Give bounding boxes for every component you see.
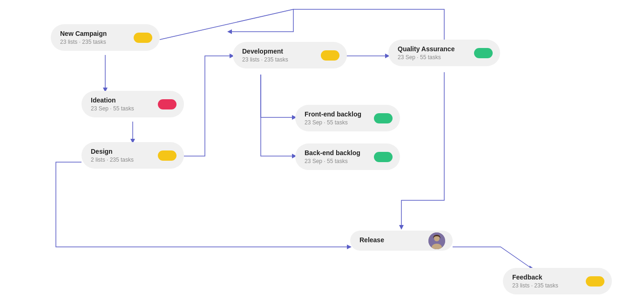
- node-ideation[interactable]: Ideation 23 Sep · 55 tasks: [81, 91, 184, 117]
- node-feedback-meta: 23 lists · 235 tasks: [512, 282, 580, 289]
- node-design-title: Design: [91, 148, 152, 155]
- node-ideation-badge: [158, 99, 176, 109]
- node-new-campaign-title: New Campaign: [60, 30, 128, 37]
- node-backend-backlog-meta: 23 Sep · 55 tasks: [305, 158, 368, 164]
- node-backend-backlog[interactable]: Back-end backlog 23 Sep · 55 tasks: [295, 143, 400, 170]
- node-new-campaign-meta: 23 lists · 235 tasks: [60, 39, 128, 45]
- node-feedback[interactable]: Feedback 23 lists · 235 tasks: [503, 268, 612, 294]
- node-quality-assurance-title: Quality Assurance: [398, 45, 467, 53]
- node-frontend-backlog-badge: [374, 113, 393, 123]
- node-release-avatar: [428, 232, 445, 249]
- node-new-campaign-badge: [134, 33, 152, 43]
- node-design-meta: 2 lists · 235 tasks: [91, 157, 152, 163]
- node-quality-assurance[interactable]: Quality Assurance 23 Sep · 55 tasks: [388, 40, 500, 66]
- svg-point-13: [434, 236, 440, 241]
- node-design[interactable]: Design 2 lists · 235 tasks: [81, 142, 184, 169]
- svg-marker-7: [399, 225, 404, 230]
- node-development-badge: [321, 50, 339, 61]
- node-development-title: Development: [242, 48, 313, 55]
- node-development[interactable]: Development 23 lists · 235 tasks: [233, 42, 347, 68]
- node-frontend-backlog-title: Front-end backlog: [305, 110, 368, 118]
- node-design-badge: [158, 150, 176, 161]
- node-feedback-title: Feedback: [512, 273, 580, 281]
- node-ideation-title: Ideation: [91, 96, 152, 104]
- node-development-meta: 23 lists · 235 tasks: [242, 56, 313, 63]
- node-frontend-backlog-meta: 23 Sep · 55 tasks: [305, 119, 368, 126]
- node-feedback-badge: [586, 276, 604, 287]
- node-backend-backlog-title: Back-end backlog: [305, 149, 368, 157]
- node-quality-assurance-meta: 23 Sep · 55 tasks: [398, 54, 467, 61]
- node-backend-backlog-badge: [374, 152, 393, 162]
- svg-marker-3: [227, 29, 232, 34]
- node-new-campaign[interactable]: New Campaign 23 lists · 235 tasks: [51, 24, 160, 51]
- node-frontend-backlog[interactable]: Front-end backlog 23 Sep · 55 tasks: [295, 105, 400, 131]
- node-release-title: Release: [359, 236, 421, 244]
- node-release[interactable]: Release: [350, 231, 453, 251]
- node-quality-assurance-badge: [474, 48, 493, 58]
- node-ideation-meta: 23 Sep · 55 tasks: [91, 105, 152, 112]
